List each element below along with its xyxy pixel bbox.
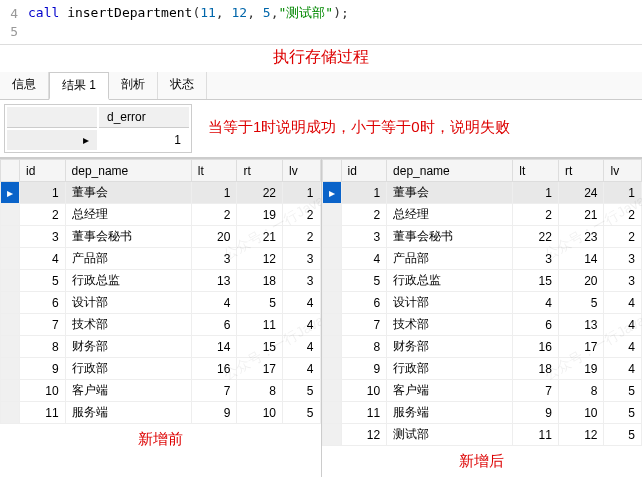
cell-id[interactable]: 11 bbox=[20, 402, 66, 424]
table-row[interactable]: 10客户端785 bbox=[1, 380, 321, 402]
cell-lv[interactable]: 2 bbox=[282, 204, 320, 226]
cell-id[interactable]: 8 bbox=[20, 336, 66, 358]
table-row[interactable]: 4产品部3123 bbox=[1, 248, 321, 270]
cell-lt[interactable]: 2 bbox=[191, 204, 237, 226]
cell-dep_name[interactable]: 行政总监 bbox=[387, 270, 513, 292]
cell-lv[interactable]: 1 bbox=[282, 182, 320, 204]
tab-剖析[interactable]: 剖析 bbox=[109, 72, 158, 99]
cell-dep_name[interactable]: 董事会秘书 bbox=[65, 226, 191, 248]
cell-dep_name[interactable]: 行政部 bbox=[387, 358, 513, 380]
cell-id[interactable]: 5 bbox=[341, 270, 387, 292]
table-row[interactable]: 5行政总监13183 bbox=[1, 270, 321, 292]
cell-dep_name[interactable]: 董事会秘书 bbox=[387, 226, 513, 248]
cell-id[interactable]: 4 bbox=[341, 248, 387, 270]
table-row[interactable]: 3董事会秘书22232 bbox=[322, 226, 642, 248]
cell-lv[interactable]: 3 bbox=[604, 270, 642, 292]
cell-rt[interactable]: 15 bbox=[237, 336, 283, 358]
col-rt[interactable]: rt bbox=[237, 160, 283, 182]
table-row[interactable]: 10客户端785 bbox=[322, 380, 642, 402]
cell-rt[interactable]: 21 bbox=[237, 226, 283, 248]
cell-rt[interactable]: 24 bbox=[558, 182, 604, 204]
cell-lt[interactable]: 3 bbox=[191, 248, 237, 270]
cell-dep_name[interactable]: 技术部 bbox=[387, 314, 513, 336]
cell-dep_name[interactable]: 产品部 bbox=[387, 248, 513, 270]
code-editor[interactable]: 4call insertDepartment(11, 12, 5,"测试部");… bbox=[0, 0, 642, 45]
cell-dep_name[interactable]: 技术部 bbox=[65, 314, 191, 336]
grid-after-table[interactable]: iddep_nameltrtlv▸1董事会12412总经理22123董事会秘书2… bbox=[322, 159, 643, 446]
table-row[interactable]: 9行政部16174 bbox=[1, 358, 321, 380]
cell-lt[interactable]: 16 bbox=[191, 358, 237, 380]
cell-rt[interactable]: 10 bbox=[237, 402, 283, 424]
tab-状态[interactable]: 状态 bbox=[158, 72, 207, 99]
cell-lt[interactable]: 9 bbox=[513, 402, 559, 424]
cell-dep_name[interactable]: 设计部 bbox=[65, 292, 191, 314]
col-dep_name[interactable]: dep_name bbox=[65, 160, 191, 182]
table-row[interactable]: 6设计部454 bbox=[1, 292, 321, 314]
cell-dep_name[interactable]: 董事会 bbox=[65, 182, 191, 204]
cell-rt[interactable]: 21 bbox=[558, 204, 604, 226]
cell-lt[interactable]: 7 bbox=[191, 380, 237, 402]
cell-lv[interactable]: 4 bbox=[604, 336, 642, 358]
cell-rt[interactable]: 17 bbox=[558, 336, 604, 358]
cell-id[interactable]: 7 bbox=[20, 314, 66, 336]
cell-lv[interactable]: 2 bbox=[282, 226, 320, 248]
table-row[interactable]: 11服务端9105 bbox=[1, 402, 321, 424]
cell-lv[interactable]: 5 bbox=[604, 380, 642, 402]
cell-id[interactable]: 10 bbox=[341, 380, 387, 402]
table-row[interactable]: 8财务部14154 bbox=[1, 336, 321, 358]
cell-lv[interactable]: 4 bbox=[282, 314, 320, 336]
cell-dep_name[interactable]: 客户端 bbox=[65, 380, 191, 402]
cell-lt[interactable]: 14 bbox=[191, 336, 237, 358]
cell-id[interactable]: 2 bbox=[20, 204, 66, 226]
table-row[interactable]: 5行政总监15203 bbox=[322, 270, 642, 292]
table-row[interactable]: 2总经理2212 bbox=[322, 204, 642, 226]
cell-dep_name[interactable]: 设计部 bbox=[387, 292, 513, 314]
cell-lv[interactable]: 5 bbox=[282, 380, 320, 402]
col-lv[interactable]: lv bbox=[604, 160, 642, 182]
cell-rt[interactable]: 17 bbox=[237, 358, 283, 380]
cell-rt[interactable]: 5 bbox=[237, 292, 283, 314]
table-row[interactable]: 9行政部18194 bbox=[322, 358, 642, 380]
table-row[interactable]: 2总经理2192 bbox=[1, 204, 321, 226]
cell-rt[interactable]: 5 bbox=[558, 292, 604, 314]
table-row[interactable]: ▸1董事会1241 bbox=[322, 182, 642, 204]
cell-dep_name[interactable]: 测试部 bbox=[387, 424, 513, 446]
cell-rt[interactable]: 14 bbox=[558, 248, 604, 270]
cell-lt[interactable]: 11 bbox=[513, 424, 559, 446]
cell-rt[interactable]: 11 bbox=[237, 314, 283, 336]
cell-id[interactable]: 8 bbox=[341, 336, 387, 358]
cell-lt[interactable]: 16 bbox=[513, 336, 559, 358]
cell-lt[interactable]: 6 bbox=[191, 314, 237, 336]
cell-lt[interactable]: 13 bbox=[191, 270, 237, 292]
cell-rt[interactable]: 8 bbox=[237, 380, 283, 402]
cell-dep_name[interactable]: 行政部 bbox=[65, 358, 191, 380]
table-row[interactable]: 8财务部16174 bbox=[322, 336, 642, 358]
cell-id[interactable]: 5 bbox=[20, 270, 66, 292]
cell-rt[interactable]: 20 bbox=[558, 270, 604, 292]
cell-lv[interactable]: 4 bbox=[604, 358, 642, 380]
table-row[interactable]: 6设计部454 bbox=[322, 292, 642, 314]
cell-lt[interactable]: 1 bbox=[191, 182, 237, 204]
cell-lv[interactable]: 3 bbox=[282, 248, 320, 270]
col-id[interactable]: id bbox=[20, 160, 66, 182]
cell-lv[interactable]: 2 bbox=[604, 226, 642, 248]
cell-id[interactable]: 9 bbox=[341, 358, 387, 380]
cell-dep_name[interactable]: 财务部 bbox=[65, 336, 191, 358]
cell-lv[interactable]: 4 bbox=[282, 292, 320, 314]
cell-lv[interactable]: 1 bbox=[604, 182, 642, 204]
cell-id[interactable]: 9 bbox=[20, 358, 66, 380]
cell-dep_name[interactable]: 总经理 bbox=[387, 204, 513, 226]
cell-lt[interactable]: 7 bbox=[513, 380, 559, 402]
col-lt[interactable]: lt bbox=[191, 160, 237, 182]
cell-lv[interactable]: 4 bbox=[604, 292, 642, 314]
cell-lt[interactable]: 4 bbox=[513, 292, 559, 314]
cell-rt[interactable]: 19 bbox=[558, 358, 604, 380]
cell-id[interactable]: 6 bbox=[341, 292, 387, 314]
cell-dep_name[interactable]: 产品部 bbox=[65, 248, 191, 270]
cell-lt[interactable]: 15 bbox=[513, 270, 559, 292]
cell-lt[interactable]: 18 bbox=[513, 358, 559, 380]
cell-lv[interactable]: 3 bbox=[604, 248, 642, 270]
cell-rt[interactable]: 10 bbox=[558, 402, 604, 424]
tab-信息[interactable]: 信息 bbox=[0, 72, 49, 99]
cell-lv[interactable]: 4 bbox=[604, 314, 642, 336]
